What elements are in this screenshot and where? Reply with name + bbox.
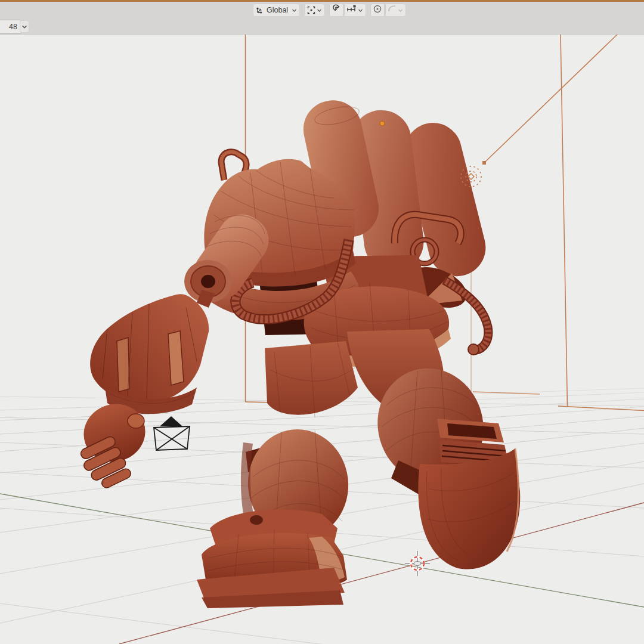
proportional-falloff-dropdown[interactable] [385, 4, 406, 17]
mech-right-leg[interactable] [347, 329, 520, 569]
snap-toggle-button[interactable] [329, 4, 343, 17]
orientation-label: Global [265, 6, 291, 15]
3d-cursor[interactable] [405, 551, 430, 576]
chevron-down-icon [21, 21, 27, 32]
transform-orientation-dropdown[interactable]: Global [253, 4, 300, 17]
proportional-editing-icon [373, 4, 382, 16]
transform-toolbar: Global [253, 4, 406, 17]
magnet-icon [332, 4, 341, 16]
viewport-header: Global [0, 0, 644, 35]
frame-number-field[interactable]: 48 [0, 20, 22, 34]
blender-window: Global [0, 0, 644, 644]
line-endpoint-dot [482, 161, 486, 165]
theme-accent-bar [0, 0, 644, 2]
camera-up-triangle [160, 416, 182, 426]
proportional-editing-toggle[interactable] [370, 4, 385, 17]
chevron-down-icon [317, 8, 322, 13]
chevron-down-icon [398, 5, 403, 16]
object-origin-dot[interactable] [380, 121, 385, 126]
snap-increment-icon [346, 4, 357, 16]
mech-left-leg[interactable] [197, 341, 358, 608]
frame-field-dropdown[interactable] [20, 20, 29, 33]
x-axis-line [119, 503, 644, 644]
mech-left-foot[interactable] [197, 509, 347, 608]
orientation-axes-icon [255, 5, 265, 15]
viewport-3d[interactable] [0, 0, 644, 644]
chevron-down-icon [358, 5, 363, 16]
frame-number-value: 48 [9, 23, 17, 31]
chevron-down-icon [292, 8, 297, 13]
snap-controls [329, 4, 366, 17]
pivot-point-dropdown[interactable] [304, 4, 325, 17]
falloff-curve-icon [388, 4, 397, 16]
proportional-editing-controls [370, 4, 406, 17]
pivot-point-icon [306, 5, 316, 15]
snap-target-dropdown[interactable] [344, 4, 366, 17]
mech-model[interactable] [76, 95, 521, 608]
